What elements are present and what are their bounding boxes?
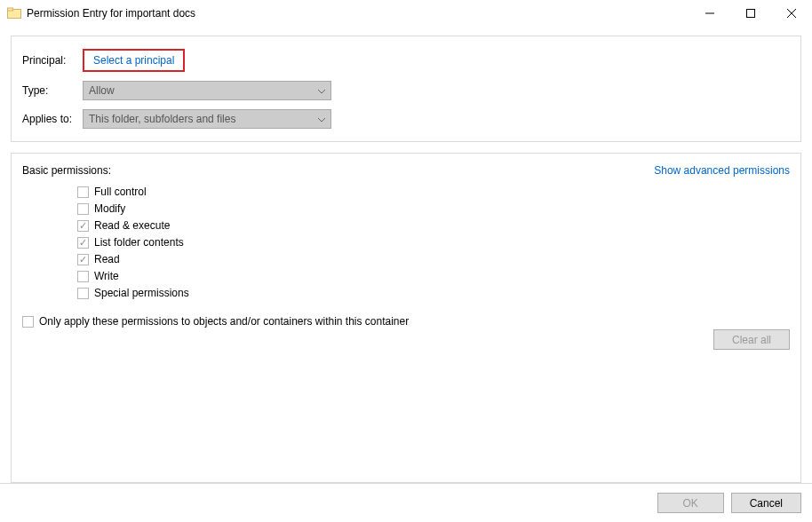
- principal-panel: Principal: Select a principal Type: Allo…: [11, 36, 801, 142]
- clear-all-button[interactable]: Clear all: [713, 329, 790, 350]
- type-dropdown[interactable]: Allow: [83, 81, 331, 100]
- permission-label: Modify: [94, 202, 125, 215]
- applies-to-value: This folder, subfolders and files: [89, 113, 235, 125]
- permissions-header: Basic permissions: Show advanced permiss…: [22, 164, 790, 177]
- ok-button[interactable]: OK: [657, 493, 724, 513]
- permissions-panel: Basic permissions: Show advanced permiss…: [11, 153, 801, 483]
- only-apply-checkbox[interactable]: [22, 316, 34, 328]
- permission-checkbox[interactable]: [77, 220, 89, 232]
- only-apply-label: Only apply these permissions to objects …: [39, 315, 409, 328]
- applies-to-dropdown[interactable]: This folder, subfolders and files: [83, 109, 331, 129]
- svg-rect-1: [8, 8, 13, 11]
- permission-item: Read: [77, 253, 790, 265]
- applies-to-row: Applies to: This folder, subfolders and …: [22, 109, 790, 129]
- permission-label: Read: [94, 253, 120, 265]
- dialog-footer: OK Cancel: [0, 483, 812, 522]
- permission-item: Read & execute: [77, 219, 790, 232]
- window-controls: [689, 0, 812, 27]
- type-row: Type: Allow: [22, 81, 790, 100]
- chevron-down-icon: [318, 113, 325, 125]
- only-apply-row: Only apply these permissions to objects …: [22, 315, 790, 328]
- applies-to-label: Applies to:: [22, 113, 83, 125]
- basic-permissions-label: Basic permissions:: [22, 164, 111, 177]
- permission-checkbox[interactable]: [77, 254, 89, 265]
- permission-checkbox[interactable]: [77, 203, 89, 215]
- titlebar: Permission Entry for important docs: [0, 0, 812, 27]
- permission-checkbox[interactable]: [77, 271, 89, 282]
- type-label: Type:: [22, 84, 83, 97]
- permission-item: Full control: [77, 186, 790, 198]
- chevron-down-icon: [318, 84, 325, 97]
- window-title: Permission Entry for important docs: [27, 7, 689, 20]
- permission-label: List folder contents: [94, 236, 184, 249]
- select-principal-highlight: Select a principal: [83, 49, 185, 72]
- maximize-button[interactable]: [730, 0, 771, 27]
- permission-item: Modify: [77, 202, 790, 215]
- permission-item: Write: [77, 270, 790, 282]
- svg-rect-3: [747, 10, 755, 18]
- permission-checkbox[interactable]: [77, 237, 89, 249]
- type-value: Allow: [89, 84, 115, 97]
- permission-label: Special permissions: [94, 287, 189, 299]
- cancel-button[interactable]: Cancel: [731, 493, 801, 513]
- permission-item: List folder contents: [77, 236, 790, 249]
- folder-icon: [7, 6, 21, 20]
- principal-row: Principal: Select a principal: [22, 49, 790, 72]
- show-advanced-permissions-link[interactable]: Show advanced permissions: [654, 164, 790, 177]
- select-principal-link[interactable]: Select a principal: [93, 54, 174, 67]
- permission-item: Special permissions: [77, 287, 790, 299]
- permissions-list: Full controlModifyRead & executeList fol…: [22, 186, 790, 299]
- minimize-button[interactable]: [689, 0, 730, 27]
- close-button[interactable]: [771, 0, 812, 27]
- permission-label: Full control: [94, 186, 147, 198]
- principal-label: Principal:: [22, 54, 83, 67]
- permission-label: Read & execute: [94, 219, 170, 232]
- permission-checkbox[interactable]: [77, 186, 89, 198]
- permission-checkbox[interactable]: [77, 288, 89, 299]
- permission-label: Write: [94, 270, 119, 282]
